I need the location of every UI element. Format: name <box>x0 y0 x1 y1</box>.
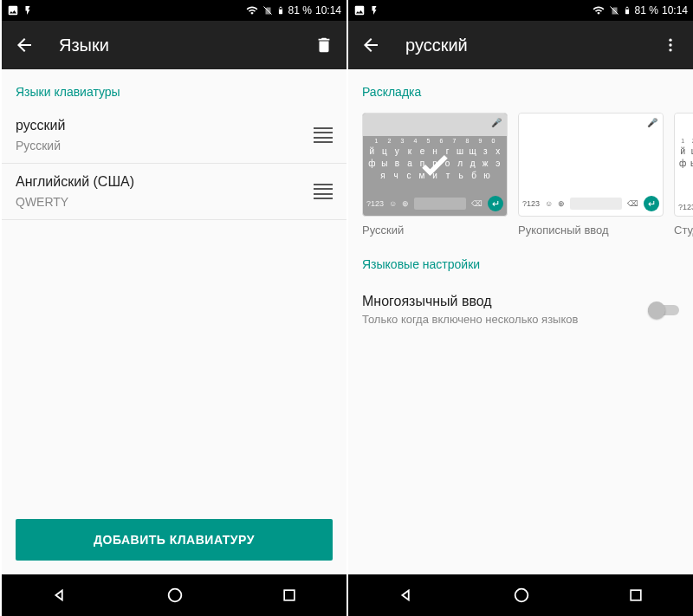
status-time: 10:14 <box>315 4 341 16</box>
nav-bar <box>2 574 346 616</box>
kbd-sym-key: ?123 <box>522 199 540 208</box>
svg-point-7 <box>515 589 528 602</box>
page-title: Языки <box>59 36 314 55</box>
screen-languages: 81 % 10:14 Языки Языки клавиатуры русски… <box>0 0 346 616</box>
keyboard-thumbnail: 🎤 ?123 ☺ ⊕ ⌫ ↵ <box>518 113 664 217</box>
language-secondary: Русский <box>16 139 314 152</box>
section-layout: Раскладка <box>348 69 693 107</box>
globe-icon: ⊕ <box>558 199 565 208</box>
battery-icon <box>623 4 631 16</box>
page-title: русский <box>405 36 660 55</box>
nav-bar <box>348 574 693 616</box>
multilang-switch[interactable] <box>648 302 679 319</box>
wifi-icon <box>245 4 259 16</box>
kbd-letter-row2-p: фывап <box>678 159 693 168</box>
nav-home-icon[interactable] <box>165 586 185 605</box>
status-bar: 81 % 10:14 <box>2 0 346 21</box>
status-bar: 81 % 10:14 <box>348 0 693 21</box>
layout-card-handwriting[interactable]: 🎤 ?123 ☺ ⊕ ⌫ ↵ Рукописный ввод <box>518 113 664 237</box>
checkmark-icon <box>416 146 454 184</box>
layout-label: Студенческая <box>674 224 693 237</box>
bolt-icon <box>369 4 379 16</box>
screen-russian: 81 % 10:14 русский Раскладка 🎤 123456789… <box>346 0 693 616</box>
language-item[interactable]: русский Русский <box>2 107 346 164</box>
no-sim-icon <box>262 4 273 16</box>
svg-point-4 <box>669 39 671 42</box>
setting-subtitle: Только когда включено несколько языков <box>362 313 648 326</box>
svg-rect-3 <box>625 8 628 10</box>
back-icon[interactable] <box>14 35 35 55</box>
kbd-sym-key: ?123 <box>366 199 384 208</box>
backspace-icon: ⌫ <box>627 199 638 208</box>
nav-back-icon[interactable] <box>50 586 69 605</box>
mic-icon: 🎤 <box>647 118 657 127</box>
battery-percent: 81 % <box>635 4 658 16</box>
delete-icon[interactable] <box>314 36 334 55</box>
kbd-space <box>414 198 466 210</box>
backspace-icon: ⌫ <box>471 199 483 208</box>
svg-rect-8 <box>631 590 641 600</box>
battery-icon <box>276 4 285 16</box>
bolt-icon <box>23 4 33 16</box>
kbd-digit-row-p: 12345 <box>678 138 693 144</box>
svg-point-6 <box>669 49 671 51</box>
section-language-settings: Языковые настройки <box>348 242 693 280</box>
layout-label: Рукописный ввод <box>518 224 664 237</box>
drag-handle-icon[interactable] <box>314 184 333 199</box>
add-keyboard-button[interactable]: ДОБАВИТЬ КЛАВИАТУРУ <box>16 519 333 561</box>
nav-back-icon[interactable] <box>397 586 416 605</box>
nav-home-icon[interactable] <box>512 586 531 605</box>
globe-icon: ⊕ <box>402 199 409 208</box>
wifi-icon <box>592 4 606 16</box>
content-area: Раскладка 🎤 1234567890 йцукенгшщзх фывап… <box>348 69 693 574</box>
layout-card-russian[interactable]: 🎤 1234567890 йцукенгшщзх фывапролджэ ячс… <box>362 113 508 237</box>
language-primary: Английский (США) <box>16 174 314 190</box>
no-sim-icon <box>609 4 619 16</box>
battery-percent: 81 % <box>288 4 312 16</box>
nav-recent-icon[interactable] <box>627 587 644 604</box>
svg-rect-2 <box>284 590 295 600</box>
setting-title: Многоязычный ввод <box>362 294 648 309</box>
kbd-space <box>570 198 622 210</box>
keyboard-thumbnail: 12345 йцуке фывап ?123 <box>674 113 693 217</box>
svg-point-5 <box>669 43 671 46</box>
section-keyboard-languages: Языки клавиатуры <box>2 69 346 107</box>
enter-icon: ↵ <box>644 196 659 211</box>
kbd-digit-row: 1234567890 <box>366 138 503 144</box>
svg-point-1 <box>169 589 182 602</box>
app-bar: Языки <box>2 21 346 69</box>
enter-icon: ↵ <box>488 196 503 211</box>
nav-recent-icon[interactable] <box>281 587 298 604</box>
layout-label: Русский <box>362 224 508 237</box>
language-secondary: QWERTY <box>16 195 314 209</box>
content-area: Языки клавиатуры русский Русский Английс… <box>2 69 346 574</box>
overflow-menu-icon[interactable] <box>660 36 681 54</box>
keyboard-thumbnail: 🎤 1234567890 йцукенгшщзх фывапролджэ ячс… <box>362 113 508 217</box>
status-time: 10:14 <box>662 4 688 16</box>
svg-rect-0 <box>279 8 282 10</box>
back-icon[interactable] <box>360 35 381 55</box>
emoji-icon: ☺ <box>545 199 553 208</box>
layout-card-student[interactable]: 12345 йцуке фывап ?123 Студенческая <box>674 113 693 237</box>
language-primary: русский <box>16 118 314 133</box>
layout-list[interactable]: 🎤 1234567890 йцукенгшщзх фывапролджэ ячс… <box>348 107 693 242</box>
kbd-sym-key: ?123 <box>678 203 693 211</box>
emoji-icon: ☺ <box>389 199 397 208</box>
kbd-letter-row1-p: йцуке <box>678 146 693 156</box>
image-icon <box>7 4 19 16</box>
drag-handle-icon[interactable] <box>314 127 333 143</box>
app-bar: русский <box>348 21 693 69</box>
language-item[interactable]: Английский (США) QWERTY <box>2 164 346 220</box>
image-icon <box>353 4 366 16</box>
mic-icon: 🎤 <box>491 118 502 127</box>
multilang-setting[interactable]: Многоязычный ввод Только когда включено … <box>348 280 693 340</box>
